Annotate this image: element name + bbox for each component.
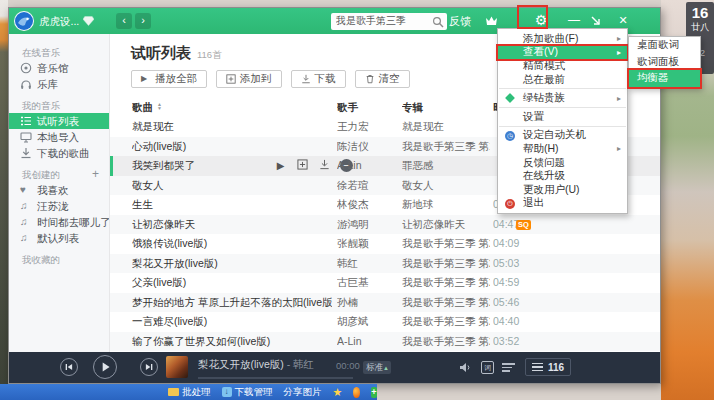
sidebar-item-default-playlist[interactable]: ♫ 默认列表 <box>9 230 109 246</box>
submenu-item-lyrics-panel[interactable]: 歌词面板 <box>629 54 700 71</box>
song-title: 输了你赢了世界又如何(live版) <box>132 332 332 352</box>
playlist-toggle-button[interactable]: 116 <box>525 358 571 376</box>
album-art[interactable] <box>166 356 188 378</box>
taskbar-item-download-manager[interactable]: ↓下载管理 <box>222 386 273 399</box>
taskbar-item-batch[interactable]: 批处理 <box>168 386 211 399</box>
sidebar-item-playlist-1[interactable]: ♫ 汪苏泷 <box>9 198 109 214</box>
menu-item-view[interactable]: 查看(V)▸ <box>498 46 627 60</box>
sidebar-item-local-import[interactable]: 本地导入 <box>9 129 109 145</box>
song-artist: 张靓颖 <box>337 234 399 254</box>
submenu-item-equalizer[interactable]: 均衡器 <box>629 70 700 87</box>
menu-item-settings[interactable]: 设置 <box>498 110 627 124</box>
next-button[interactable] <box>140 358 158 376</box>
menu-separator <box>499 107 626 108</box>
green-diamond-icon <box>505 93 515 103</box>
menu-item-change-user[interactable]: 更改用户(U) <box>498 183 627 197</box>
clear-button[interactable]: 清空 <box>355 70 410 88</box>
search-icon[interactable] <box>432 16 444 28</box>
table-row[interactable]: 梦开始的地方 草原上升起不落的太阳(live版) 孙楠 我是歌手第三季 第2期 … <box>110 293 660 313</box>
table-row[interactable]: 让初恋像昨天 游鸿明 让初恋像昨天 04:47 SQ <box>110 215 660 235</box>
menu-item-always-on-top[interactable]: 总在最前 <box>498 73 627 87</box>
sidebar-item-music-hall[interactable]: 音乐馆 <box>9 60 109 76</box>
taskbar-item-share-image[interactable]: 分享图片 <box>284 386 322 399</box>
menu-item-help[interactable]: 帮助(H)▸ <box>498 142 627 156</box>
table-row[interactable]: 一言难尽(live版) 胡彦斌 我是歌手第三季 第2期 04:40 <box>110 312 660 332</box>
song-album: 我是歌手第三季 第1期 <box>402 137 490 157</box>
menu-separator <box>499 126 626 127</box>
play-icon <box>94 356 116 378</box>
menu-item-online-upgrade[interactable]: 在线升级 <box>498 169 627 183</box>
submenu-arrow-icon: ▸ <box>617 34 621 43</box>
menu-item-green-diamond[interactable]: 绿钻贵族▸ <box>498 91 627 105</box>
mini-mode-icon[interactable] <box>590 15 602 27</box>
table-row[interactable]: 父亲(live版) 古巨基 我是歌手第三季 第2期 04:59 <box>110 273 660 293</box>
song-count: 116首 <box>197 49 222 60</box>
vip-diamond-icon[interactable] <box>83 16 94 26</box>
download-icon <box>20 147 32 159</box>
play-all-button[interactable]: ▶ 播放全部 <box>131 70 207 88</box>
row-add-icon[interactable] <box>296 159 309 172</box>
menu-item-add-songs[interactable]: 添加歌曲(F)▸ <box>498 32 627 46</box>
back-button[interactable]: ‹ <box>116 13 132 29</box>
sidebar-item-label: 本地导入 <box>37 131 79 143</box>
menu-item-feedback[interactable]: 反馈问题 <box>498 156 627 170</box>
progress-bar[interactable] <box>198 377 353 379</box>
song-album: 我是歌手第三季 第2期 <box>402 312 490 332</box>
sidebar-section-online-music: 在线音乐 <box>9 39 109 60</box>
now-playing-artist: 韩红 <box>293 358 314 370</box>
quality-badge: SQ <box>516 220 531 230</box>
music-note-icon: ♫ <box>20 216 32 228</box>
feedback-link[interactable]: 反馈 <box>449 8 471 34</box>
username[interactable]: 虎虎设... <box>39 8 79 34</box>
menu-item-mini-mode[interactable]: 精简模式 <box>498 59 627 73</box>
sidebar-item-listening-list[interactable]: 试听列表 <box>9 113 109 129</box>
shutdown-timer-icon: ◷ <box>505 131 515 141</box>
row-play-icon[interactable]: ▶ <box>274 159 287 172</box>
playlist-count: 116 <box>548 362 564 373</box>
sort-icon: ▲▼ <box>157 102 162 110</box>
song-artist: 韩红 <box>337 254 399 274</box>
sidebar-item-label: 默认列表 <box>37 232 79 244</box>
previous-button[interactable] <box>60 358 78 376</box>
column-album[interactable]: 专辑 <box>402 98 490 118</box>
browser-icon[interactable] <box>353 387 359 398</box>
search-input[interactable] <box>336 14 430 28</box>
sidebar: 在线音乐 音乐馆 乐库 我的音乐 试听列表 本地导入 下载的歌曲 我创建的 + … <box>9 34 110 352</box>
sidebar-item-my-favorites[interactable]: ♥ 我喜欢 <box>9 182 109 198</box>
calendar-day: 16 <box>686 4 714 21</box>
table-row[interactable]: 输了你赢了世界又如何(live版) A-Lin 我是歌手第三季 第2期 03:5… <box>110 332 660 352</box>
quality-selector[interactable]: 标准 ▲ <box>363 361 391 374</box>
crown-icon[interactable] <box>485 15 498 26</box>
page-title: 试听列表116首 <box>131 44 222 63</box>
menu-item-auto-shutdown[interactable]: ◷设定自动关机 <box>498 129 627 143</box>
volume-icon[interactable] <box>459 361 472 374</box>
add-to-button[interactable]: 添加到 <box>216 70 282 88</box>
add-box-icon <box>226 74 236 84</box>
submenu-item-desktop-lyrics[interactable]: 桌面歌词 <box>629 37 700 54</box>
play-button[interactable] <box>93 355 117 379</box>
sidebar-section-created-by-me: 我创建的 + <box>9 161 109 182</box>
download-button[interactable]: 下载 <box>291 70 346 88</box>
lyrics-toggle-icon[interactable]: 词 <box>481 361 494 374</box>
song-artist: 胡彦斌 <box>337 312 399 332</box>
music-note-icon: ♫ <box>20 232 32 244</box>
row-download-icon[interactable] <box>318 159 331 172</box>
sidebar-item-downloaded-songs[interactable]: 下载的歌曲 <box>9 145 109 161</box>
table-row[interactable]: 饿狼传说(live版) 张靓颖 我是歌手第三季 第2期 04:09 <box>110 234 660 254</box>
sidebar-item-playlist-2[interactable]: ♫ 时间都去哪儿了 <box>9 214 109 230</box>
table-row[interactable]: 梨花又开放(live版) 韩红 我是歌手第三季 第2期 05:03 <box>110 254 660 274</box>
forward-button[interactable]: › <box>135 13 151 29</box>
power-icon: ⏻ <box>505 199 515 209</box>
song-artist: 陈洁仪 <box>337 137 399 157</box>
column-artist[interactable]: 歌手 <box>337 98 399 118</box>
desktop-wallpaper-left <box>0 0 8 400</box>
sidebar-item-music-library[interactable]: 乐库 <box>9 76 109 92</box>
app-logo-icon[interactable] <box>13 10 35 32</box>
sidebar-section-my-collection: 我收藏的 <box>9 246 109 267</box>
star-icon[interactable]: ★ <box>333 386 343 399</box>
menu-item-exit[interactable]: ⏻退出 <box>498 197 627 211</box>
play-order-icon[interactable] <box>502 363 515 372</box>
column-song[interactable]: 歌曲▲▼ <box>132 98 332 118</box>
add-icon[interactable]: + <box>371 387 377 398</box>
add-playlist-button[interactable]: + <box>92 167 99 181</box>
